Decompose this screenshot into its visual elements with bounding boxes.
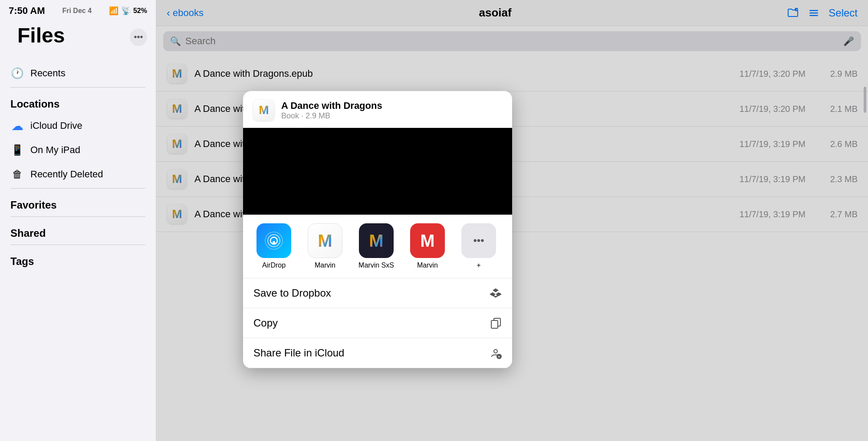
marvin-sxs-label: Marvin SxS — [358, 261, 394, 269]
divider-shared — [10, 216, 145, 217]
onmyipad-label: On My iPad — [30, 144, 80, 156]
dropbox-icon — [490, 287, 502, 299]
status-time: 7:50 AM — [9, 5, 45, 16]
marvin-red-label: Marvin — [417, 261, 438, 269]
status-icons: 📶 📡 52% — [109, 6, 147, 16]
share-file-info: A Dance with Dragons Book · 2.9 MB — [281, 100, 382, 121]
app-item-marvin[interactable]: M Marvin — [301, 223, 349, 269]
sidebar-item-recents[interactable]: 🕐 Recents — [5, 61, 151, 85]
svg-point-6 — [268, 235, 280, 247]
share-file-sub: Book · 2.9 MB — [281, 111, 382, 121]
app-item-marvin-sxs[interactable]: M Marvin SxS — [352, 223, 400, 269]
airdrop-icon — [256, 223, 291, 258]
sidebar-item-icloud[interactable]: ☁ iCloud Drive — [5, 114, 151, 138]
more-label: + — [477, 261, 480, 269]
marvin-app-icon: M — [308, 223, 342, 258]
share-file-name: A Dance with Dragons — [281, 100, 382, 111]
ipad-icon: 📱 — [10, 143, 24, 157]
airdrop-svg — [263, 230, 284, 251]
marvin-sxs-icon: M — [359, 223, 394, 258]
airdrop-label: AirDrop — [262, 261, 286, 269]
copy-label: Copy — [253, 317, 278, 329]
action-icloud-share[interactable]: Share File in iCloud + — [243, 338, 512, 368]
recents-label: Recents — [30, 68, 66, 79]
dropbox-label: Save to Dropbox — [253, 287, 331, 299]
divider-locations — [10, 87, 145, 88]
icloud-label: iCloud Drive — [30, 120, 82, 131]
svg-rect-10 — [491, 320, 498, 328]
share-preview-area — [243, 128, 512, 215]
recents-icon: 🕐 — [10, 66, 24, 80]
icloud-share-label: Share File in iCloud — [253, 347, 344, 359]
icloud-icon: ☁ — [10, 119, 24, 133]
svg-point-11 — [494, 350, 497, 353]
shared-header: Shared — [5, 219, 151, 243]
sidebar-nav: 🕐 Recents Locations ☁ iCloud Drive 📱 On … — [0, 61, 156, 441]
recentlydeleted-label: Recently Deleted — [30, 169, 103, 180]
app-title: Files — [9, 20, 73, 54]
status-bar: 7:50 AM Fri Dec 4 📶 📡 52% — [0, 0, 156, 20]
main-content: ‹ ebooks asoiaf + Select � — [156, 0, 868, 441]
more-apps-icon: ••• — [461, 223, 496, 258]
marvin-label: Marvin — [315, 261, 335, 269]
battery-label: 52% — [133, 7, 147, 15]
app-item-airdrop[interactable]: AirDrop — [250, 223, 298, 269]
action-copy[interactable]: Copy — [243, 308, 512, 338]
share-file-icon: M — [253, 100, 274, 121]
app-item-more[interactable]: ••• + — [455, 223, 503, 269]
svg-point-8 — [273, 241, 275, 244]
app-item-marvin-red[interactable]: M Marvin — [404, 223, 451, 269]
icloud-share-icon: + — [490, 347, 502, 359]
divider-favorites — [10, 188, 145, 189]
locations-header: Locations — [5, 89, 151, 114]
wifi-icon: 📡 — [121, 6, 131, 16]
sidebar-menu-button[interactable]: ••• — [130, 29, 147, 46]
more-icon: ••• — [473, 235, 484, 247]
copy-icon — [490, 317, 502, 329]
tags-header: Tags — [5, 247, 151, 271]
trash-icon: 🗑 — [10, 167, 24, 181]
share-header: M A Dance with Dragons Book · 2.9 MB — [243, 91, 512, 128]
share-apps-row: AirDrop M Marvin M Marvin SxS M — [243, 215, 512, 278]
marvin-red-icon: M — [410, 223, 445, 258]
svg-text:+: + — [498, 355, 500, 359]
share-sheet: M A Dance with Dragons Book · 2.9 MB — [243, 91, 512, 368]
action-dropbox[interactable]: Save to Dropbox — [243, 278, 512, 308]
sidebar-item-recentlydeleted[interactable]: 🗑 Recently Deleted — [5, 162, 151, 186]
sidebar: 7:50 AM Fri Dec 4 📶 📡 52% Files ••• 🕐 Re… — [0, 0, 156, 441]
signal-icon: 📶 — [109, 6, 118, 16]
favorites-header: Favorites — [5, 190, 151, 215]
divider-tags — [10, 245, 145, 245]
sidebar-item-onmyipad[interactable]: 📱 On My iPad — [5, 138, 151, 162]
status-date: Fri Dec 4 — [62, 7, 92, 15]
